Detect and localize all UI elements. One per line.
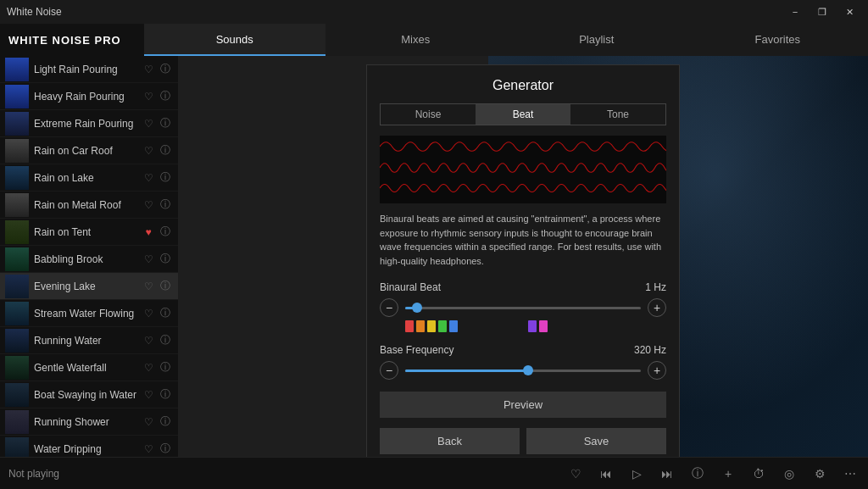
prev-control[interactable]: ⏮ [597,464,615,483]
sidebar-label-rain-metal-roof: Rain on Metal Roof [34,199,141,211]
heart-btn-evening-lake[interactable]: ♡ [141,279,156,294]
base-frequency-minus[interactable]: − [380,361,398,380]
sidebar-item-heavy-rain[interactable]: Heavy Rain Pouring♡ⓘ [0,83,178,110]
tab-mixes[interactable]: Mixes [326,24,507,56]
heart-btn-extreme-rain[interactable]: ♡ [141,116,156,131]
tab-favorites[interactable]: Favorites [687,24,869,56]
heart-btn-gentle-waterfall[interactable]: ♡ [141,360,156,375]
sidebar-item-boat-swaying[interactable]: Boat Swaying in Water♡ⓘ [0,381,178,408]
info-btn-running-shower[interactable]: ⓘ [158,414,173,430]
sidebar-thumb-babbling-brook [5,247,29,271]
info-btn-water-dripping[interactable]: ⓘ [158,442,173,457]
sidebar-item-stream-water[interactable]: Stream Water Flowing♡ⓘ [0,300,178,327]
heart-btn-rain-lake[interactable]: ♡ [141,170,156,186]
binaural-beat-slider-row: − + [380,298,666,317]
back-button[interactable]: Back [380,428,520,454]
timer-control[interactable]: ⏱ [749,464,768,483]
sidebar-item-running-water[interactable]: Running Water♡ⓘ [0,327,178,354]
now-playing-label: Not playing [8,468,566,480]
sidebar-item-running-shower[interactable]: Running Shower♡ⓘ [0,408,178,436]
sidebar-label-light-rain: Light Rain Pouring [34,64,141,75]
info-btn-rain-tent[interactable]: ⓘ [158,225,173,240]
sidebar-label-water-dripping: Water Dripping [34,443,141,455]
settings-control[interactable]: ⚙ [810,464,829,483]
info-btn-rain-metal-roof[interactable]: ⓘ [158,197,173,213]
sidebar-icons-water-dripping: ♡ⓘ [141,442,173,457]
sidebar-item-water-dripping[interactable]: Water Dripping♡ⓘ [0,436,178,457]
app-window-title: White Noise [7,6,62,18]
info-btn-heavy-rain[interactable]: ⓘ [158,89,173,104]
close-button[interactable]: ✕ [837,3,861,20]
info-btn-stream-water[interactable]: ⓘ [158,306,173,321]
sidebar-item-extreme-rain[interactable]: Extreme Rain Pouring♡ⓘ [0,110,178,137]
next-control[interactable]: ⏭ [658,464,676,483]
gen-tab-tone[interactable]: Tone [570,104,665,125]
info-btn-evening-lake[interactable]: ⓘ [158,279,173,294]
play-control[interactable]: ▷ [627,464,646,483]
heart-btn-stream-water[interactable]: ♡ [141,306,156,321]
sidebar-label-gentle-waterfall: Gentle Waterfall [34,362,141,374]
heart-btn-rain-metal-roof[interactable]: ♡ [141,197,156,213]
content-area: Light Rain Pouring♡ⓘHeavy Rain Pouring♡ⓘ… [0,56,868,457]
generator-description: Binaural beats are aimed at causing "ent… [380,212,666,268]
titlebar: White Noise − ❐ ✕ [0,0,868,24]
heart-btn-water-dripping[interactable]: ♡ [141,442,156,457]
heart-btn-rain-car-roof[interactable]: ♡ [141,143,156,158]
heart-btn-boat-swaying[interactable]: ♡ [141,387,156,403]
gen-tab-noise[interactable]: Noise [381,104,476,125]
heart-btn-heavy-rain[interactable]: ♡ [141,89,156,104]
sidebar-item-rain-metal-roof[interactable]: Rain on Metal Roof♡ⓘ [0,192,178,219]
sidebar-thumb-rain-car-roof [5,139,29,163]
info-btn-light-rain[interactable]: ⓘ [158,62,173,77]
gen-tab-beat[interactable]: Beat [476,104,570,125]
beat-markers [380,320,666,332]
sidebar-item-babbling-brook[interactable]: Babbling Brook♡ⓘ [0,246,178,273]
binaural-beat-track-container[interactable] [405,298,641,317]
base-frequency-label: Base Frequency [380,344,453,356]
minimize-button[interactable]: − [783,3,807,20]
info-btn-extreme-rain[interactable]: ⓘ [158,116,173,131]
base-frequency-thumb[interactable] [523,365,533,375]
heart-btn-running-water[interactable]: ♡ [141,333,156,348]
sidebar-item-rain-car-roof[interactable]: Rain on Car Roof♡ⓘ [0,137,178,164]
info-btn-rain-car-roof[interactable]: ⓘ [158,143,173,158]
sidebar-item-evening-lake[interactable]: Evening Lake♡ⓘ [0,273,178,300]
sidebar-label-babbling-brook: Babbling Brook [34,253,141,265]
info-btn-boat-swaying[interactable]: ⓘ [158,387,173,403]
sidebar-item-light-rain[interactable]: Light Rain Pouring♡ⓘ [0,56,178,83]
binaural-beat-track [405,307,641,309]
sidebar-item-rain-lake[interactable]: Rain on Lake♡ⓘ [0,164,178,192]
preview-button[interactable]: Preview [380,392,666,418]
sidebar-icons-rain-tent: ♥ⓘ [141,225,173,240]
info-btn-babbling-brook[interactable]: ⓘ [158,252,173,267]
info-btn-running-water[interactable]: ⓘ [158,333,173,348]
heart-btn-rain-tent[interactable]: ♥ [141,225,156,240]
sidebar-thumb-boat-swaying [5,383,29,407]
add-control[interactable]: + [719,464,737,483]
heart-btn-babbling-brook[interactable]: ♡ [141,252,156,267]
restore-button[interactable]: ❐ [810,3,834,20]
binaural-beat-thumb[interactable] [412,303,422,313]
tab-sounds[interactable]: Sounds [144,24,326,56]
info-btn-rain-lake[interactable]: ⓘ [158,170,173,186]
beat-marker-4 [449,320,458,332]
base-frequency-track-container[interactable] [405,361,641,380]
favorite-control[interactable]: ♡ [566,464,585,483]
info-btn-gentle-waterfall[interactable]: ⓘ [158,360,173,375]
tab-playlist[interactable]: Playlist [506,24,687,56]
sidebar-item-gentle-waterfall[interactable]: Gentle Waterfall♡ⓘ [0,354,178,381]
sidebar-item-rain-tent[interactable]: Rain on Tent♥ⓘ [0,219,178,246]
heart-btn-light-rain[interactable]: ♡ [141,62,156,77]
binaural-beat-plus[interactable]: + [648,298,666,317]
view-control[interactable]: ◎ [780,464,798,483]
sidebar-thumb-running-shower [5,410,29,434]
heart-btn-running-shower[interactable]: ♡ [141,414,156,430]
save-button[interactable]: Save [526,428,666,454]
generator-title: Generator [380,78,666,93]
binaural-beat-minus[interactable]: − [380,298,398,317]
sidebar-icons-boat-swaying: ♡ⓘ [141,387,173,403]
more-control[interactable]: ⋯ [841,464,860,483]
sidebar-thumb-water-dripping [5,437,29,458]
info-control[interactable]: ⓘ [688,464,707,483]
base-frequency-plus[interactable]: + [648,361,666,380]
